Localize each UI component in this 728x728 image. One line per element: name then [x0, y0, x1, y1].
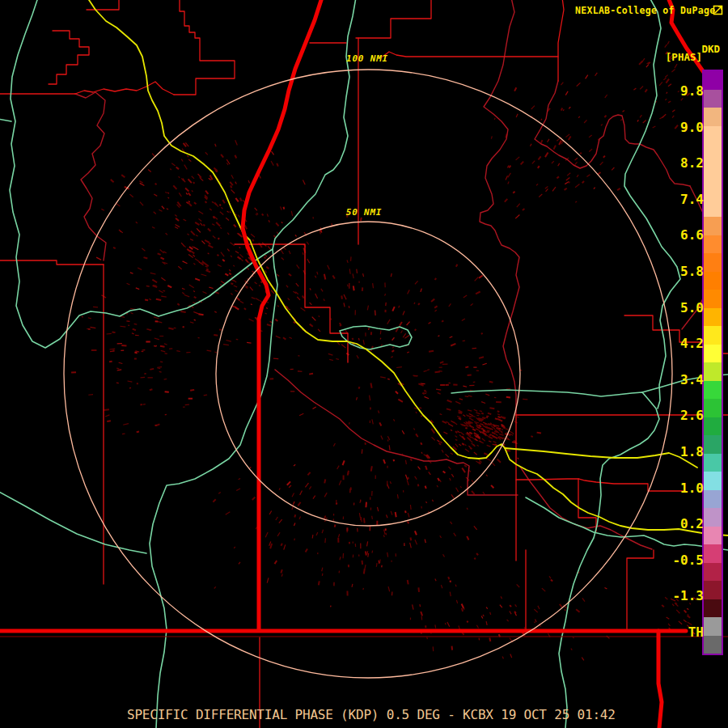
color-scale-cell: [704, 163, 722, 181]
color-scale-cell: [704, 527, 722, 545]
color-scale-cell: [704, 308, 722, 327]
color-scale-cell: [704, 417, 722, 436]
color-scale-cell: [704, 217, 722, 235]
color-scale-tick-label: 4.2: [623, 337, 704, 350]
radar-map: [0, 0, 728, 728]
color-scale-cell: [704, 381, 722, 400]
county-lines: [0, 0, 728, 728]
color-scale-tick-label: 1.0: [623, 482, 704, 495]
color-scale-cell: [704, 253, 722, 272]
radar-display: NEXLAB-College of DuPage DKD [PHAS] 9.89…: [0, 0, 728, 728]
color-scale-cell: [704, 362, 722, 381]
county-boundary-lines: [75, 0, 716, 549]
color-scale-cell: [704, 508, 722, 527]
color-scale-cell: [704, 290, 722, 308]
color-scale-cell: [704, 144, 722, 163]
highway-lines: [0, 0, 728, 728]
color-scale-bar: [702, 70, 723, 655]
stream-lines: [0, 0, 728, 728]
color-scale-cell: [704, 599, 722, 618]
cod-logo-icon: [713, 4, 724, 15]
color-scale-cell: [704, 90, 722, 108]
color-scale-cell: [704, 581, 722, 599]
color-scale-cell: [704, 108, 722, 126]
color-scale-cell: [704, 199, 722, 218]
color-scale-cell: [704, 435, 722, 454]
color-scale-tick-label: 3.4: [623, 374, 704, 387]
color-scale-cell: [704, 235, 722, 254]
color-scale-tick-label: TH: [623, 626, 704, 639]
color-scale-tick-label: 7.4: [623, 193, 704, 206]
phase-label: [PHAS]: [637, 51, 702, 63]
color-scale-cell: [704, 71, 722, 90]
color-scale-tick-label: 8.2: [623, 157, 704, 170]
color-scale-tick-label: 5.8: [623, 265, 704, 278]
color-scale-tick-label: 0.2: [623, 518, 704, 531]
color-scale-cell: [704, 617, 722, 636]
color-scale-cell: [704, 126, 722, 145]
inner-range-ring-label: 50 NMI: [330, 207, 398, 218]
color-scale-cell: [704, 472, 722, 490]
color-scale-cell: [704, 399, 722, 417]
color-scale-tick-label: -0.5: [623, 554, 704, 567]
color-scale-cell: [704, 544, 722, 563]
product-caption: SPECIFIC DIFFERENTIAL PHASE (KDP) 0.5 DE…: [127, 707, 616, 722]
color-scale-tick-label: 1.8: [623, 446, 704, 459]
color-scale-cell: [704, 490, 722, 509]
color-scale-cell: [704, 454, 722, 472]
color-scale-cell: [704, 563, 722, 582]
page-title: NEXLAB-College of DuPage: [575, 5, 715, 16]
range-ring: [64, 70, 672, 678]
range-rings: [64, 70, 672, 678]
color-scale-tick-label: 2.6: [623, 409, 704, 422]
color-scale-cell: [704, 345, 722, 363]
color-scale-cell: [704, 326, 722, 345]
color-scale-tick-label: 6.6: [623, 229, 704, 242]
color-scale-cell: [704, 180, 722, 199]
color-scale-cell: [704, 636, 722, 654]
color-scale-tick-label: 5.0: [623, 302, 704, 315]
outer-range-ring-label: 100 NMI: [333, 53, 401, 64]
color-scale-tick-label: -1.3: [623, 590, 704, 603]
color-scale-tick-label: 9.8: [623, 85, 704, 98]
color-scale-cell: [704, 272, 722, 290]
color-scale-tick-label: 9.0: [623, 121, 704, 134]
